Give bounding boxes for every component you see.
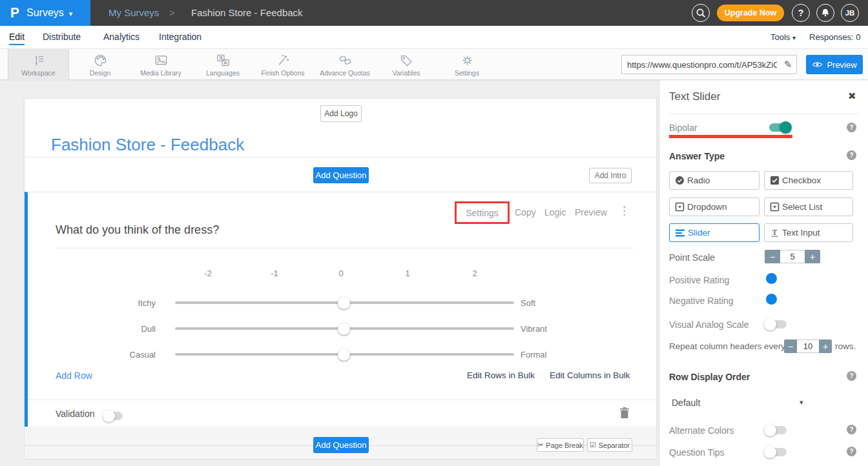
- question-divider: [56, 248, 634, 248]
- question-text[interactable]: What do you think of the dress?: [56, 223, 219, 237]
- chain-links-icon: [338, 53, 353, 68]
- question-action-copy[interactable]: Copy: [515, 207, 536, 218]
- toolbar-item-label: Media Library: [140, 69, 181, 77]
- increment-button[interactable]: +: [805, 250, 820, 263]
- survey-url-input[interactable]: [622, 60, 780, 70]
- add-logo-button[interactable]: Add Logo: [320, 105, 362, 122]
- alternate-colors-toggle[interactable]: [765, 426, 787, 434]
- positive-rating-color-swatch[interactable]: [766, 273, 777, 284]
- tab-analytics[interactable]: Analytics: [103, 32, 140, 42]
- question-action-preview[interactable]: Preview: [575, 207, 607, 218]
- row-label-left: Dull: [28, 324, 156, 334]
- breadcrumb-current: Fashion Store - Feedback: [191, 7, 303, 18]
- toolbar-item-languages[interactable]: Languages: [193, 49, 253, 80]
- toolbar-item-label: Variables: [393, 69, 420, 77]
- tab-edit[interactable]: Edit: [9, 32, 25, 45]
- avatar[interactable]: JB: [841, 4, 859, 22]
- page-break-button[interactable]: ✂ Page Break: [537, 438, 584, 452]
- row-label-left: Casual: [28, 350, 156, 360]
- tools-menu[interactable]: Tools ▾: [770, 32, 796, 42]
- separator-button[interactable]: ☑ Separator: [587, 438, 632, 452]
- toolbar-item-design[interactable]: Design: [70, 49, 130, 80]
- visual-analog-scale-toggle[interactable]: [765, 320, 787, 329]
- tab-integration[interactable]: Integration: [159, 32, 202, 42]
- toggle-knob: [103, 410, 115, 422]
- toolbar-item-label: Settings: [455, 69, 479, 77]
- tools-label: Tools: [770, 32, 790, 42]
- help-icon[interactable]: ?: [847, 425, 856, 434]
- repeat-headers-suffix: rows.: [835, 341, 856, 351]
- validation-toggle[interactable]: [103, 412, 123, 420]
- slider-handle[interactable]: [338, 323, 350, 335]
- help-icon[interactable]: ?: [847, 447, 856, 456]
- breadcrumb-my-surveys[interactable]: My Surveys: [108, 7, 159, 18]
- add-row-link[interactable]: Add Row: [56, 370, 92, 381]
- design-palette-icon: [93, 53, 108, 68]
- edit-columns-bulk-link[interactable]: Edit Columns in Bulk: [550, 370, 630, 380]
- decrement-button[interactable]: −: [784, 339, 797, 353]
- answer-type-checkbox[interactable]: Checkbox: [764, 171, 853, 190]
- toolbar-item-variables[interactable]: Variables: [377, 49, 436, 80]
- point-scale-input[interactable]: [780, 250, 805, 263]
- slider-handle[interactable]: [338, 349, 350, 361]
- tab-distribute[interactable]: Distribute: [43, 32, 81, 42]
- scale-label: 1: [391, 268, 424, 278]
- upgrade-now-button[interactable]: Upgrade Now: [717, 5, 784, 21]
- question-tips-toggle[interactable]: [765, 448, 787, 456]
- question-action-logic[interactable]: Logic: [544, 207, 566, 218]
- chevron-down-icon: ▾: [792, 34, 796, 41]
- negative-rating-color-swatch[interactable]: [766, 294, 777, 305]
- toolbar-item-settings[interactable]: Settings: [437, 49, 497, 80]
- notifications-button[interactable]: [816, 4, 834, 22]
- close-icon[interactable]: ✖: [848, 90, 856, 102]
- app-logo[interactable]: P Surveys ▾: [0, 0, 90, 26]
- panel-divider: [669, 114, 859, 114]
- delete-question-button[interactable]: [619, 407, 630, 421]
- slider-handle[interactable]: [338, 297, 350, 309]
- eye-icon: [812, 61, 823, 68]
- toolbar-item-media-library[interactable]: Media Library: [131, 49, 191, 80]
- edit-rows-bulk-link[interactable]: Edit Rows in Bulk: [467, 370, 535, 380]
- visual-analog-scale-label: Visual Analog Scale: [669, 319, 749, 330]
- answer-type-slider[interactable]: Slider: [669, 223, 760, 242]
- add-question-button[interactable]: Add Question: [313, 167, 369, 183]
- add-question-button-bottom[interactable]: Add Question: [313, 437, 369, 453]
- toolbar-item-advance-quotas[interactable]: Advance Quotas: [315, 49, 375, 80]
- question-action-settings[interactable]: Settings: [466, 208, 499, 218]
- row-label-right: Vibrant: [521, 324, 547, 334]
- survey-url-box: ✎: [621, 55, 797, 74]
- survey-title[interactable]: Fashion Store - Feedback: [51, 135, 244, 155]
- toolbar-item-finish-options[interactable]: Finish Options: [253, 49, 313, 80]
- survey-nav: Edit Distribute Analytics Integration To…: [0, 26, 868, 49]
- add-intro-button[interactable]: Add Intro: [589, 168, 632, 183]
- answer-type-select-list[interactable]: Select List: [764, 198, 853, 216]
- preview-button[interactable]: Preview: [806, 55, 863, 74]
- edit-url-icon[interactable]: ✎: [780, 59, 796, 70]
- toolbar-item-workspace[interactable]: Workspace: [8, 49, 69, 80]
- bipolar-toggle[interactable]: [769, 123, 791, 132]
- help-button[interactable]: ?: [792, 4, 810, 22]
- decrement-button[interactable]: −: [765, 250, 780, 263]
- help-icon[interactable]: ?: [847, 123, 856, 132]
- answer-type-text-input[interactable]: T Text Input: [764, 223, 853, 242]
- search-button[interactable]: [692, 4, 710, 22]
- tag-icon: [399, 53, 413, 68]
- panel-title: Text Slider: [669, 90, 720, 103]
- settings-action-highlight[interactable]: Settings: [455, 201, 510, 224]
- row-label-right: Formal: [521, 350, 546, 360]
- answer-type-radio[interactable]: Radio: [669, 171, 760, 190]
- help-icon[interactable]: ?: [847, 150, 856, 160]
- alternate-colors-label: Alternate Colors: [669, 425, 734, 436]
- answer-type-label-text: Text Input: [782, 228, 820, 238]
- more-vertical-icon[interactable]: ⋮: [619, 204, 630, 218]
- answer-type-label: Answer Type: [669, 151, 725, 161]
- toolbar-item-label: Design: [90, 69, 111, 77]
- toggle-knob: [764, 446, 776, 458]
- repeat-headers-input[interactable]: [797, 339, 819, 353]
- point-scale-stepper: − +: [765, 250, 820, 263]
- page-break-label: Page Break: [546, 441, 583, 449]
- help-icon[interactable]: ?: [847, 371, 856, 381]
- row-display-order-select[interactable]: Default ▾: [672, 397, 807, 409]
- answer-type-dropdown[interactable]: Dropdown: [669, 198, 760, 216]
- increment-button[interactable]: +: [819, 339, 832, 353]
